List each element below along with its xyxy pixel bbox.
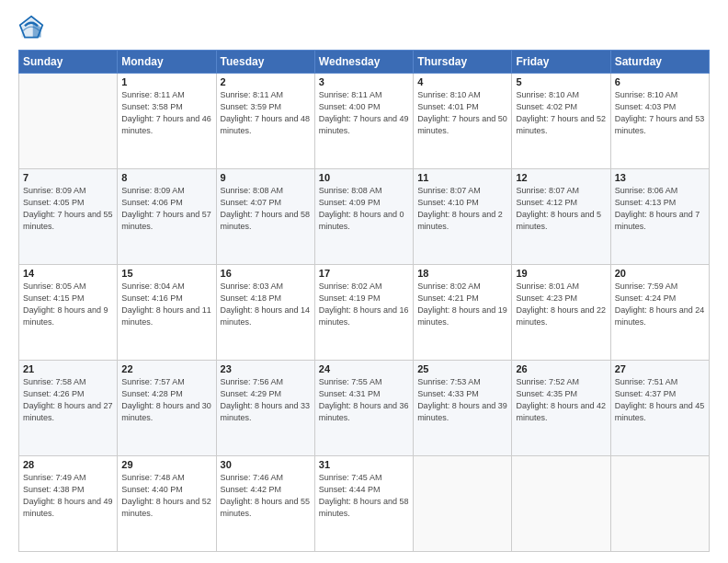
header xyxy=(18,15,710,40)
day-number: 13 xyxy=(615,172,705,183)
calendar-cell: 19Sunrise: 8:01 AMSunset: 4:23 PMDayligh… xyxy=(512,265,610,361)
page: SundayMondayTuesdayWednesdayThursdayFrid… xyxy=(0,0,728,563)
day-info: Sunrise: 8:10 AMSunset: 4:02 PMDaylight:… xyxy=(516,89,606,137)
day-number: 21 xyxy=(23,363,113,374)
day-info: Sunrise: 8:09 AMSunset: 4:05 PMDaylight:… xyxy=(23,185,113,233)
day-info: Sunrise: 8:11 AMSunset: 4:00 PMDaylight:… xyxy=(319,89,409,137)
calendar-header-sunday: Sunday xyxy=(19,51,118,74)
calendar-week-row: 21Sunrise: 7:58 AMSunset: 4:26 PMDayligh… xyxy=(19,361,710,456)
day-info: Sunrise: 7:45 AMSunset: 4:44 PMDaylight:… xyxy=(319,472,409,520)
day-number: 24 xyxy=(319,363,409,374)
day-info: Sunrise: 8:10 AMSunset: 4:03 PMDaylight:… xyxy=(615,89,705,137)
calendar-header-row: SundayMondayTuesdayWednesdayThursdayFrid… xyxy=(19,51,710,74)
day-info: Sunrise: 8:02 AMSunset: 4:19 PMDaylight:… xyxy=(319,281,409,328)
calendar-cell: 24Sunrise: 7:55 AMSunset: 4:31 PMDayligh… xyxy=(314,361,413,456)
calendar-cell: 9Sunrise: 8:08 AMSunset: 4:07 PMDaylight… xyxy=(216,169,314,265)
day-info: Sunrise: 7:53 AMSunset: 4:33 PMDaylight:… xyxy=(417,376,507,424)
day-info: Sunrise: 8:03 AMSunset: 4:18 PMDaylight:… xyxy=(221,281,311,328)
day-number: 23 xyxy=(221,363,311,374)
day-info: Sunrise: 8:01 AMSunset: 4:23 PMDaylight:… xyxy=(516,281,606,328)
calendar-cell: 25Sunrise: 7:53 AMSunset: 4:33 PMDayligh… xyxy=(414,361,512,456)
day-number: 31 xyxy=(319,459,409,470)
day-number: 1 xyxy=(121,76,211,87)
day-number: 26 xyxy=(516,363,606,374)
day-number: 2 xyxy=(221,76,311,87)
calendar-cell: 23Sunrise: 7:56 AMSunset: 4:29 PMDayligh… xyxy=(216,361,314,456)
calendar-header-monday: Monday xyxy=(118,51,216,74)
calendar-cell: 4Sunrise: 8:10 AMSunset: 4:01 PMDaylight… xyxy=(414,74,512,169)
calendar-header-friday: Friday xyxy=(512,51,610,74)
day-number: 4 xyxy=(417,76,507,87)
day-info: Sunrise: 7:56 AMSunset: 4:29 PMDaylight:… xyxy=(221,376,311,424)
calendar-cell: 31Sunrise: 7:45 AMSunset: 4:44 PMDayligh… xyxy=(314,456,413,552)
day-info: Sunrise: 7:58 AMSunset: 4:26 PMDaylight:… xyxy=(23,376,113,424)
calendar-header-tuesday: Tuesday xyxy=(216,51,314,74)
day-info: Sunrise: 8:04 AMSunset: 4:16 PMDaylight:… xyxy=(121,281,211,328)
day-number: 14 xyxy=(23,268,113,279)
day-info: Sunrise: 7:46 AMSunset: 4:42 PMDaylight:… xyxy=(221,472,311,520)
calendar-cell: 3Sunrise: 8:11 AMSunset: 4:00 PMDaylight… xyxy=(314,74,413,169)
calendar-cell: 7Sunrise: 8:09 AMSunset: 4:05 PMDaylight… xyxy=(19,169,118,265)
day-info: Sunrise: 8:07 AMSunset: 4:12 PMDaylight:… xyxy=(516,185,606,233)
calendar-header-wednesday: Wednesday xyxy=(314,51,413,74)
day-info: Sunrise: 8:08 AMSunset: 4:07 PMDaylight:… xyxy=(221,185,311,233)
calendar-cell: 10Sunrise: 8:08 AMSunset: 4:09 PMDayligh… xyxy=(314,169,413,265)
day-info: Sunrise: 8:05 AMSunset: 4:15 PMDaylight:… xyxy=(23,281,113,328)
day-number: 28 xyxy=(23,459,113,470)
day-number: 30 xyxy=(221,459,311,470)
calendar-cell: 5Sunrise: 8:10 AMSunset: 4:02 PMDaylight… xyxy=(512,74,610,169)
day-number: 22 xyxy=(121,363,211,374)
day-info: Sunrise: 8:10 AMSunset: 4:01 PMDaylight:… xyxy=(417,89,507,137)
calendar-cell xyxy=(512,456,610,552)
calendar-cell: 26Sunrise: 7:52 AMSunset: 4:35 PMDayligh… xyxy=(512,361,610,456)
calendar-cell: 12Sunrise: 8:07 AMSunset: 4:12 PMDayligh… xyxy=(512,169,610,265)
calendar-cell: 11Sunrise: 8:07 AMSunset: 4:10 PMDayligh… xyxy=(414,169,512,265)
calendar-table: SundayMondayTuesdayWednesdayThursdayFrid… xyxy=(18,50,710,552)
day-number: 5 xyxy=(516,76,606,87)
calendar-cell: 15Sunrise: 8:04 AMSunset: 4:16 PMDayligh… xyxy=(118,265,216,361)
calendar-week-row: 1Sunrise: 8:11 AMSunset: 3:58 PMDaylight… xyxy=(19,74,710,169)
day-info: Sunrise: 8:11 AMSunset: 3:58 PMDaylight:… xyxy=(121,89,211,137)
calendar-week-row: 28Sunrise: 7:49 AMSunset: 4:38 PMDayligh… xyxy=(19,456,710,552)
calendar-cell: 20Sunrise: 7:59 AMSunset: 4:24 PMDayligh… xyxy=(610,265,709,361)
day-number: 17 xyxy=(319,268,409,279)
calendar-cell: 13Sunrise: 8:06 AMSunset: 4:13 PMDayligh… xyxy=(610,169,709,265)
calendar-cell: 6Sunrise: 8:10 AMSunset: 4:03 PMDaylight… xyxy=(610,74,709,169)
day-number: 6 xyxy=(615,76,705,87)
day-number: 15 xyxy=(121,268,211,279)
day-number: 18 xyxy=(417,268,507,279)
day-number: 11 xyxy=(417,172,507,183)
day-number: 25 xyxy=(417,363,507,374)
calendar-week-row: 7Sunrise: 8:09 AMSunset: 4:05 PMDaylight… xyxy=(19,169,710,265)
day-number: 7 xyxy=(23,172,113,183)
day-info: Sunrise: 7:51 AMSunset: 4:37 PMDaylight:… xyxy=(615,376,705,424)
day-info: Sunrise: 8:07 AMSunset: 4:10 PMDaylight:… xyxy=(417,185,507,233)
calendar-cell: 8Sunrise: 8:09 AMSunset: 4:06 PMDaylight… xyxy=(118,169,216,265)
calendar-header-saturday: Saturday xyxy=(610,51,709,74)
day-info: Sunrise: 7:55 AMSunset: 4:31 PMDaylight:… xyxy=(319,376,409,424)
logo-icon xyxy=(18,15,44,40)
calendar-header-thursday: Thursday xyxy=(414,51,512,74)
calendar-week-row: 14Sunrise: 8:05 AMSunset: 4:15 PMDayligh… xyxy=(19,265,710,361)
logo xyxy=(18,15,48,40)
day-number: 16 xyxy=(221,268,311,279)
day-info: Sunrise: 7:52 AMSunset: 4:35 PMDaylight:… xyxy=(516,376,606,424)
calendar-cell: 2Sunrise: 8:11 AMSunset: 3:59 PMDaylight… xyxy=(216,74,314,169)
day-info: Sunrise: 8:08 AMSunset: 4:09 PMDaylight:… xyxy=(319,185,409,233)
day-number: 29 xyxy=(121,459,211,470)
calendar-cell xyxy=(610,456,709,552)
calendar-cell: 29Sunrise: 7:48 AMSunset: 4:40 PMDayligh… xyxy=(118,456,216,552)
day-number: 8 xyxy=(121,172,211,183)
day-number: 10 xyxy=(319,172,409,183)
day-info: Sunrise: 8:06 AMSunset: 4:13 PMDaylight:… xyxy=(615,185,705,233)
day-info: Sunrise: 7:49 AMSunset: 4:38 PMDaylight:… xyxy=(23,472,113,520)
day-info: Sunrise: 7:57 AMSunset: 4:28 PMDaylight:… xyxy=(121,376,211,424)
calendar-cell: 27Sunrise: 7:51 AMSunset: 4:37 PMDayligh… xyxy=(610,361,709,456)
calendar-cell: 16Sunrise: 8:03 AMSunset: 4:18 PMDayligh… xyxy=(216,265,314,361)
calendar-cell: 21Sunrise: 7:58 AMSunset: 4:26 PMDayligh… xyxy=(19,361,118,456)
day-number: 19 xyxy=(516,268,606,279)
day-number: 27 xyxy=(615,363,705,374)
day-info: Sunrise: 8:09 AMSunset: 4:06 PMDaylight:… xyxy=(121,185,211,233)
calendar-cell: 22Sunrise: 7:57 AMSunset: 4:28 PMDayligh… xyxy=(118,361,216,456)
day-info: Sunrise: 7:48 AMSunset: 4:40 PMDaylight:… xyxy=(121,472,211,520)
